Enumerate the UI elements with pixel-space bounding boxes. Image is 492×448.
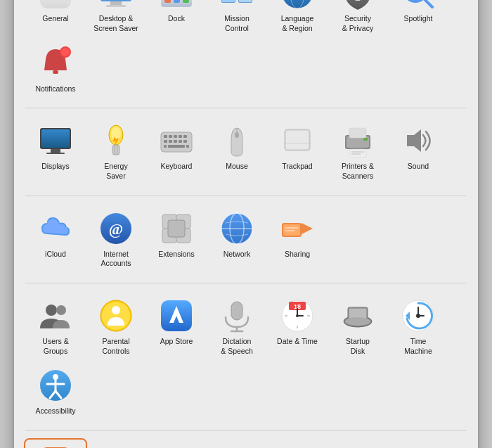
datetime-label: Date & Time bbox=[277, 337, 318, 347]
svg-marker-89 bbox=[302, 223, 313, 234]
timemachine-label: TimeMachine bbox=[404, 337, 432, 356]
preferences-content: General bbox=[14, 0, 478, 448]
pref-extensions[interactable]: Extensions bbox=[146, 205, 207, 274]
pref-datetime[interactable]: 18 Date & Time bbox=[267, 292, 328, 361]
pref-notifications[interactable]: Notifications bbox=[25, 39, 86, 100]
svg-marker-76 bbox=[407, 129, 421, 152]
timemachine-icon bbox=[400, 297, 436, 334]
svg-point-117 bbox=[345, 317, 370, 326]
pref-spotlight[interactable]: Spotlight bbox=[388, 0, 448, 39]
svg-rect-52 bbox=[169, 135, 172, 138]
svg-rect-55 bbox=[183, 135, 187, 138]
pref-energy[interactable]: EnergySaver bbox=[86, 117, 146, 186]
appstore-label: App Store bbox=[160, 337, 193, 347]
pref-security[interactable]: Security& Privacy bbox=[328, 0, 388, 39]
svg-rect-71 bbox=[349, 128, 366, 138]
security-label: Security& Privacy bbox=[342, 14, 373, 33]
pref-users[interactable]: Users &Groups bbox=[25, 292, 86, 361]
svg-rect-42 bbox=[41, 129, 70, 148]
hardware-section: Displays EnergySaver bbox=[25, 117, 467, 196]
svg-text:@: @ bbox=[109, 220, 123, 238]
svg-rect-43 bbox=[51, 149, 60, 153]
mission-label: MissionControl bbox=[224, 14, 250, 33]
pref-printers[interactable]: Printers &Scanners bbox=[328, 117, 388, 186]
security-icon bbox=[339, 0, 376, 11]
pref-appstore[interactable]: App Store bbox=[146, 292, 207, 361]
pref-timemachine[interactable]: TimeMachine bbox=[388, 292, 448, 361]
extensions-label: Extensions bbox=[158, 250, 194, 260]
startup-label: StartupDisk bbox=[346, 337, 370, 356]
language-label: Language& Region bbox=[281, 14, 314, 33]
sharing-icon bbox=[279, 210, 316, 247]
pref-dock[interactable]: Dock bbox=[146, 0, 207, 39]
internet-grid: iCloud @ bbox=[25, 205, 467, 274]
internet-section: iCloud @ bbox=[25, 205, 467, 283]
energy-icon bbox=[98, 122, 134, 159]
hardware-grid: Displays EnergySaver bbox=[25, 117, 467, 186]
system-preferences-window: ‹ › System Preferences 🔍 Search bbox=[14, 0, 478, 448]
svg-rect-62 bbox=[164, 145, 167, 148]
pref-parental[interactable]: ParentalControls bbox=[86, 292, 146, 361]
svg-rect-25 bbox=[239, 0, 252, 2]
svg-rect-67 bbox=[286, 131, 309, 149]
energy-label: EnergySaver bbox=[104, 162, 127, 181]
svg-rect-83 bbox=[168, 220, 185, 237]
parental-icon bbox=[98, 297, 134, 334]
pref-keyboard[interactable]: Keyboard bbox=[146, 117, 207, 186]
personal-section: General bbox=[25, 0, 467, 108]
svg-rect-57 bbox=[169, 140, 172, 143]
startup-icon bbox=[339, 297, 376, 334]
svg-rect-24 bbox=[222, 0, 235, 2]
dictation-label: Dictation& Speech bbox=[221, 337, 253, 356]
pref-sound[interactable]: Sound bbox=[388, 117, 448, 186]
pref-hazel[interactable]: Hazel bbox=[25, 440, 86, 448]
pref-mission[interactable]: MissionControl bbox=[207, 0, 267, 39]
hazel-icon bbox=[37, 445, 74, 448]
pref-mouse[interactable]: Mouse bbox=[207, 117, 267, 186]
svg-rect-33 bbox=[355, 0, 361, 1]
pref-displays[interactable]: Displays bbox=[25, 117, 86, 186]
svg-rect-51 bbox=[164, 135, 167, 138]
spotlight-label: Spotlight bbox=[404, 14, 433, 24]
users-label: Users &Groups bbox=[42, 337, 68, 356]
displays-icon bbox=[37, 122, 74, 159]
svg-rect-10 bbox=[106, 5, 126, 7]
pref-trackpad[interactable]: Trackpad bbox=[267, 117, 328, 186]
pref-general[interactable]: General bbox=[25, 0, 86, 39]
system-section: Users &Groups ParentalControls bbox=[25, 292, 467, 431]
svg-rect-59 bbox=[179, 140, 182, 143]
accessibility-icon bbox=[37, 367, 74, 404]
pref-language[interactable]: Language& Region bbox=[267, 0, 328, 39]
svg-rect-47 bbox=[112, 145, 119, 155]
sharing-label: Sharing bbox=[285, 250, 310, 260]
desktop-icon bbox=[98, 0, 134, 11]
pref-desktop[interactable]: Desktop &Screen Saver bbox=[86, 0, 146, 39]
svg-rect-53 bbox=[174, 135, 177, 138]
svg-rect-13 bbox=[164, 0, 171, 3]
pref-internet-accounts[interactable]: @ InternetAccounts bbox=[86, 205, 146, 274]
network-icon bbox=[219, 210, 255, 247]
general-label: General bbox=[42, 14, 68, 24]
system-grid: Users &Groups ParentalControls bbox=[25, 292, 467, 422]
svg-rect-15 bbox=[183, 0, 189, 3]
pref-network[interactable]: Network bbox=[207, 205, 267, 274]
pref-dictation[interactable]: Dictation& Speech bbox=[207, 292, 267, 361]
pref-icloud[interactable]: iCloud bbox=[25, 205, 86, 274]
personal-grid: General bbox=[25, 0, 467, 99]
pref-accessibility[interactable]: Accessibility bbox=[25, 361, 86, 422]
network-label: Network bbox=[224, 250, 251, 260]
mission-icon bbox=[219, 0, 255, 11]
svg-rect-56 bbox=[164, 140, 167, 143]
notifications-icon bbox=[37, 45, 74, 82]
pref-sharing[interactable]: Sharing bbox=[267, 205, 328, 274]
svg-rect-72 bbox=[349, 149, 366, 158]
svg-rect-44 bbox=[46, 153, 65, 154]
icloud-label: iCloud bbox=[45, 250, 66, 260]
pref-startup[interactable]: StartupDisk bbox=[328, 292, 388, 361]
dictation-icon bbox=[219, 297, 255, 334]
keyboard-icon bbox=[158, 122, 195, 159]
notifications-label: Notifications bbox=[35, 84, 75, 94]
spotlight-icon bbox=[400, 0, 436, 11]
svg-rect-14 bbox=[174, 0, 180, 3]
svg-rect-60 bbox=[183, 140, 187, 143]
